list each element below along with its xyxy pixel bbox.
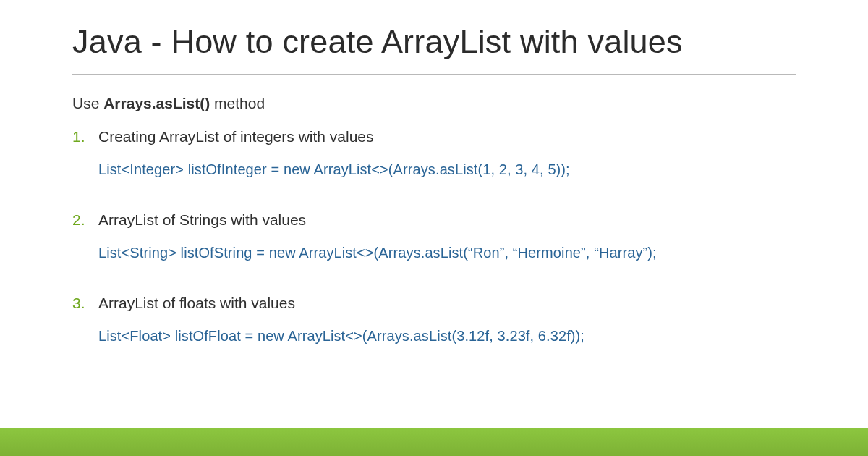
code-snippet: List<String> listOfString = new ArrayLis… (98, 245, 796, 261)
page-title: Java - How to create ArrayList with valu… (72, 23, 796, 75)
code-snippet: List<Integer> listOfInteger = new ArrayL… (98, 161, 796, 178)
list-item: Creating ArrayList of integers with valu… (72, 128, 796, 178)
example-label: ArrayList of Strings with values (98, 211, 796, 229)
intro-method-name: Arrays.asList() (103, 95, 210, 111)
examples-list: Creating ArrayList of integers with valu… (72, 128, 796, 345)
intro-text: Use Arrays.asList() method (72, 95, 796, 112)
list-item: ArrayList of Strings with values List<St… (72, 211, 796, 261)
example-label: Creating ArrayList of integers with valu… (98, 128, 796, 145)
intro-prefix: Use (72, 95, 103, 111)
list-item: ArrayList of floats with values List<Flo… (72, 295, 796, 345)
footer-accent-bar (0, 428, 868, 456)
code-snippet: List<Float> listOfFloat = new ArrayList<… (98, 328, 796, 345)
intro-suffix: method (210, 95, 265, 111)
slide: Java - How to create ArrayList with valu… (0, 0, 868, 345)
example-label: ArrayList of floats with values (98, 295, 796, 312)
